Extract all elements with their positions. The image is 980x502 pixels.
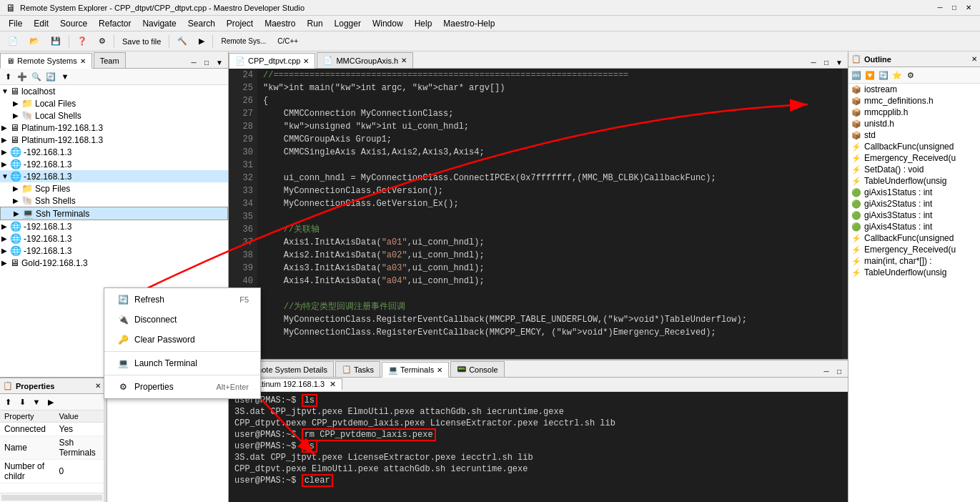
tab-terminals[interactable]: 💻 Terminals ✕ [382,362,449,378]
h-scrollbar[interactable] [1,495,102,501]
bottom-minimize-button[interactable]: ─ [821,365,832,377]
tab-tasks[interactable]: 📋 Tasks [335,361,380,377]
editor-scrollbar[interactable] [842,69,848,359]
tree-item-ssh-shells[interactable]: ▶ 🐚 Ssh Shells [0,195,228,207]
outline-item[interactable]: 🟢giAxis1Status : int [848,187,980,198]
tree-item-ip6[interactable]: ▶ 🌐 -192.168.1.3 [0,245,228,257]
tree-item-ip3[interactable]: ▼ 🌐 -192.168.1.3 [0,170,228,182]
ctx-clear-password[interactable]: 🔑 Clear Password [104,330,260,350]
bottom-maximize-button[interactable]: □ [833,365,845,377]
outline-item[interactable]: 📦mmc_definitions.h [848,95,980,107]
outline-item[interactable]: 🟢giAxis4Status : int [848,221,980,232]
open-button[interactable]: 📂 [24,34,44,49]
menu-window[interactable]: Window [367,17,409,30]
tab-mmc-header[interactable]: 📄 MMCGroupAxis.h ✕ [317,52,413,68]
outline-item[interactable]: ⚡SetData() : void [848,164,980,175]
tree-item-ip2[interactable]: ▶ 🌐 -192.168.1.3 [0,158,228,170]
minimize-panel-button[interactable]: ─ [188,56,199,68]
outline-btn2[interactable]: 🔽 [863,69,876,82]
ctx-disconnect[interactable]: 🔌 Disconnect [104,310,260,330]
outline-item[interactable]: ⚡TableUnderflow(unsig [848,267,980,278]
terminal-sub-close[interactable]: ✕ [330,380,336,388]
menu-search[interactable]: Search [182,17,221,30]
menu-refactor[interactable]: Refactor [93,17,137,30]
outline-item[interactable]: ⚡main(int, char*[]) : [848,255,980,267]
outline-close[interactable]: ✕ [971,55,977,63]
new-button[interactable]: 📄 [3,34,23,49]
props-btn2[interactable]: ⬇ [16,395,29,408]
tree-item-platinum1[interactable]: ▶ 🖥 Platinum-192.168.1.3 [0,122,228,134]
maximize-panel-button[interactable]: □ [201,56,212,68]
menu-help[interactable]: Help [409,17,438,30]
outline-item[interactable]: ⚡Emergency_Received(u [848,152,980,164]
outline-item[interactable]: 🟢giAxis2Status : int [848,198,980,210]
tab-mmc-close[interactable]: ✕ [401,56,407,64]
menu-file[interactable]: File [3,17,28,30]
tree-item-gold1[interactable]: ▶ 🖥 Gold-192.168.1.3 [0,257,228,269]
outline-btn5[interactable]: ⚙ [904,69,917,82]
tab-cpp-file[interactable]: 📄 CPP_dtpvt.cpp ✕ [229,53,315,69]
save-button[interactable]: 💾 [46,34,66,49]
outline-btn3[interactable]: 🔄 [877,69,890,82]
ctx-launch-terminal[interactable]: 💻 Launch Terminal [104,353,260,373]
terminal-output[interactable]: user@PMAS:~$ ls3S.dat CPP_jtpvt.pexe Elm… [229,392,848,502]
close-button[interactable]: ✕ [963,2,974,14]
outline-item[interactable]: 🟢giAxis3Status : int [848,210,980,221]
run-button[interactable]: ▶ [194,34,209,49]
properties-close[interactable]: ✕ [95,382,101,390]
ctx-refresh[interactable]: 🔄 Refresh F5 [104,290,260,310]
maximize-button[interactable]: □ [949,2,960,14]
cpp-button[interactable]: C/C++ [272,34,303,49]
save-to-file-button[interactable]: Save to file [117,34,166,49]
remote-sys-button[interactable]: Remote Sys... [216,34,271,49]
tree-item-localhost[interactable]: ▼ 🖥 localhost [0,85,228,97]
sync-button[interactable]: 🔄 [44,70,57,83]
outline-item[interactable]: 📦std [848,129,980,141]
menu-logger[interactable]: Logger [329,17,367,30]
close-panel-button[interactable]: ▼ [214,56,225,68]
editor-close-button[interactable]: ▼ [833,56,845,68]
tab-remote-systems[interactable]: 🖥 Remote Systems ✕ [0,53,92,69]
collapse-all-button[interactable]: ⬆ [1,70,14,83]
tab-cpp-close[interactable]: ✕ [303,57,309,65]
tree-item-scp-files[interactable]: ▶ 📁 Scp Files [0,182,228,195]
outline-item[interactable]: ⚡TableUnderflow(unsig [848,175,980,187]
outline-btn1[interactable]: 🔤 [850,69,863,82]
menu-navigate[interactable]: Navigate [137,17,182,30]
new-connection-button[interactable]: ➕ [16,70,29,83]
outline-btn4[interactable]: ⭐ [891,69,904,82]
outline-item[interactable]: ⚡CallbackFunc(unsigned [848,141,980,152]
props-btn4[interactable]: ▶ [44,395,57,408]
menu-maestro[interactable]: Maestro [259,17,301,30]
outline-item[interactable]: ⚡CallbackFunc(unsigned [848,232,980,244]
code-area[interactable]: //======================================… [257,69,842,359]
minimize-button[interactable]: ─ [934,2,946,14]
build-button[interactable]: 🔨 [172,34,192,49]
tab-remote-systems-close[interactable]: ✕ [80,57,86,65]
tree-item-ip1[interactable]: ▶ 🌐 -192.168.1.3 [0,146,228,158]
settings-button[interactable]: ⚙ [94,34,111,49]
tab-terminals-close[interactable]: ✕ [437,366,442,374]
menu-source[interactable]: Source [54,17,93,30]
tab-team[interactable]: Team [94,52,126,68]
outline-item[interactable]: 📦unistd.h [848,118,980,129]
tab-console[interactable]: 📟 Console [450,361,504,377]
menu-edit[interactable]: Edit [28,17,54,30]
tree-item-ssh-terminals[interactable]: ▶ 💻 Ssh Terminals [0,207,228,220]
props-btn3[interactable]: ▼ [30,395,43,408]
outline-item[interactable]: ⚡Emergency_Received(u [848,244,980,255]
tree-item-ip5[interactable]: ▶ 🌐 -192.168.1.3 [0,232,228,245]
editor-minimize-button[interactable]: ─ [808,56,819,68]
tree-menu-button[interactable]: ▼ [59,70,71,83]
outline-item[interactable]: 📦mmcpplib.h [848,107,980,118]
tree-item-local-files[interactable]: ▶ 📁 Local Files [0,97,228,109]
menu-maestro-help[interactable]: Maestro-Help [437,17,500,30]
ctx-properties[interactable]: ⚙ Properties Alt+Enter [104,377,260,397]
outline-item[interactable]: 📦iostream [848,84,980,95]
help-button[interactable]: ❓ [72,34,92,49]
menu-run[interactable]: Run [302,17,329,30]
editor-maximize-button[interactable]: □ [821,56,832,68]
tree-item-local-shells[interactable]: ▶ 🐚 Local Shells [0,109,228,122]
filter-button[interactable]: 🔍 [30,70,43,83]
menu-project[interactable]: Project [221,17,259,30]
